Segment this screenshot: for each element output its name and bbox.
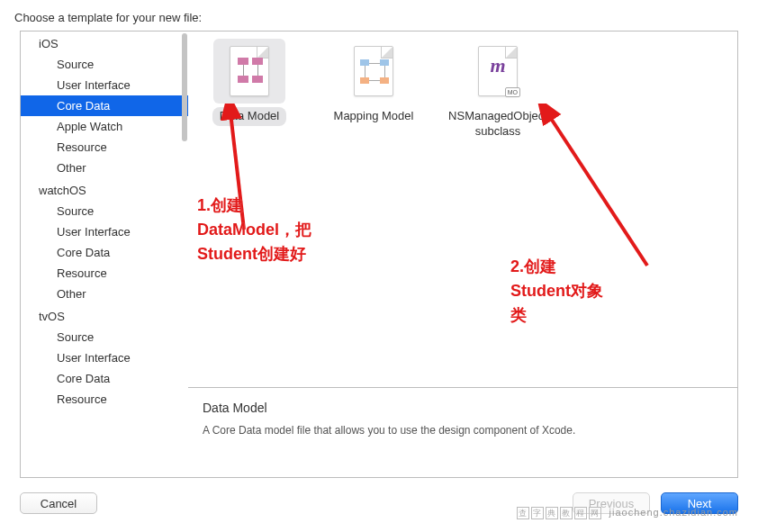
category-item[interactable]: Core Data (21, 95, 188, 116)
category-group-header: watchOS (21, 178, 188, 201)
dialog-prompt: Choose a template for your new file: (0, 0, 758, 32)
category-item[interactable]: User Interface (21, 75, 188, 95)
category-sidebar: iOSSourceUser InterfaceCore DataApple Wa… (21, 32, 188, 477)
category-item[interactable]: Other (21, 284, 188, 304)
template-label: Data Model (212, 107, 286, 126)
sidebar-scrollbar[interactable] (182, 33, 187, 141)
template-label: Mapping Model (327, 107, 421, 126)
template-item[interactable]: Mapping Model (320, 39, 428, 380)
category-item[interactable]: Resource (21, 263, 188, 284)
main-panel: iOSSourceUser InterfaceCore DataApple Wa… (20, 31, 738, 478)
category-item[interactable]: Other (21, 158, 188, 178)
next-button[interactable]: Next (661, 492, 738, 514)
category-item[interactable]: Source (21, 327, 188, 347)
category-item[interactable]: Source (21, 201, 188, 221)
nsmanagedobject-icon: mMO (462, 39, 534, 104)
category-item[interactable]: Resource (21, 137, 188, 158)
category-group-header: tvOS (21, 304, 188, 327)
category-item[interactable]: Apple Watch (21, 116, 188, 137)
category-item[interactable]: User Interface (21, 221, 188, 242)
category-item[interactable]: Source (21, 54, 188, 75)
template-grid: Data ModelMapping ModelmMONSManagedObjec… (188, 32, 737, 387)
description-text: A Core Data model file that allows you t… (203, 424, 723, 437)
button-bar: Cancel Previous Next (0, 482, 758, 532)
category-item[interactable]: Resource (21, 389, 188, 410)
template-item[interactable]: mMONSManagedObject subclass (444, 39, 552, 380)
category-item[interactable]: Core Data (21, 368, 188, 389)
mapping-model-icon (338, 39, 410, 104)
data-model-icon (213, 39, 285, 104)
template-label: NSManagedObject subclass (441, 107, 555, 141)
template-item[interactable]: Data Model (195, 39, 303, 380)
cancel-button[interactable]: Cancel (20, 492, 97, 514)
category-list[interactable]: iOSSourceUser InterfaceCore DataApple Wa… (21, 32, 188, 477)
category-item[interactable]: Core Data (21, 242, 188, 263)
description-panel: Data Model A Core Data model file that a… (188, 387, 737, 477)
category-group-header: iOS (21, 32, 188, 54)
previous-button: Previous (573, 492, 650, 514)
description-title: Data Model (203, 401, 723, 415)
svg-line-1 (548, 114, 647, 266)
template-content: Data ModelMapping ModelmMONSManagedObjec… (188, 32, 737, 477)
category-item[interactable]: User Interface (21, 347, 188, 368)
